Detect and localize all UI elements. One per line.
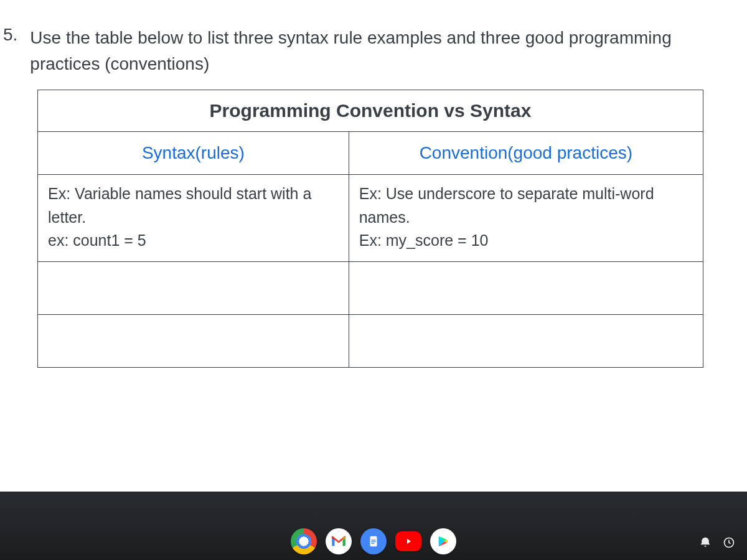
table-title: Programming Convention vs Syntax: [38, 90, 703, 132]
syntax-input-cell-1[interactable]: [38, 262, 349, 315]
convention-input-cell-2[interactable]: [349, 315, 703, 368]
header-convention: Convention(good practices): [349, 132, 703, 175]
svg-rect-3: [371, 543, 374, 544]
convention-example-line1: Ex: Use underscore to separate multi-wor…: [359, 182, 693, 229]
table-header-row: Syntax(rules) Convention(good practices): [38, 132, 703, 175]
document-viewport: 5. Use the table below to list three syn…: [0, 0, 747, 492]
table-empty-row-2: [38, 315, 703, 368]
convention-input-cell-1[interactable]: [349, 262, 703, 315]
question-row: 5. Use the table below to list three syn…: [0, 25, 728, 77]
syntax-convention-table-container: Programming Convention vs Syntax Syntax(…: [37, 90, 703, 368]
notification-icon[interactable]: [697, 534, 714, 551]
youtube-icon[interactable]: [395, 531, 421, 551]
svg-rect-1: [371, 539, 375, 540]
gmail-glyph-icon: [331, 535, 347, 548]
gmail-icon[interactable]: [326, 528, 352, 554]
clock-icon[interactable]: [720, 534, 738, 551]
youtube-glyph-icon: [403, 536, 413, 546]
syntax-example-line2: ex: count1 = 5: [48, 229, 339, 253]
play-glyph-icon: [436, 534, 450, 548]
syntax-input-cell-2[interactable]: [38, 315, 349, 368]
syntax-convention-table: Programming Convention vs Syntax Syntax(…: [37, 90, 703, 368]
question-number: 5.: [0, 25, 30, 45]
table-empty-row-1: [38, 262, 703, 315]
svg-rect-2: [371, 541, 375, 542]
taskbar: [0, 523, 747, 560]
header-syntax: Syntax(rules): [38, 132, 349, 175]
question-text: Use the table below to list three syntax…: [30, 25, 710, 77]
play-store-icon[interactable]: [430, 528, 456, 554]
docs-icon[interactable]: [360, 528, 387, 554]
convention-example-cell: Ex: Use underscore to separate multi-wor…: [349, 175, 703, 262]
status-tray[interactable]: [697, 534, 738, 551]
docs-glyph-icon: [367, 534, 380, 548]
syntax-example-line1: Ex: Variable names should start with a l…: [48, 182, 339, 229]
syntax-example-cell: Ex: Variable names should start with a l…: [38, 175, 349, 262]
table-title-row: Programming Convention vs Syntax: [38, 90, 703, 132]
convention-example-line2: Ex: my_score = 10: [359, 229, 693, 253]
table-example-row: Ex: Variable names should start with a l…: [38, 175, 703, 262]
chrome-icon[interactable]: [291, 528, 317, 554]
